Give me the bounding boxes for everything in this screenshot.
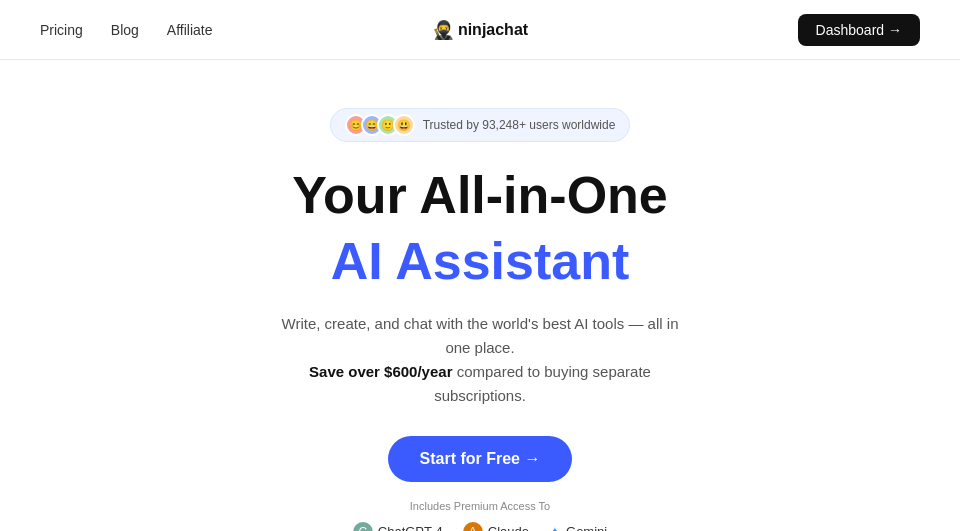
ai-badges: C ChatGPT-4 A Claude ✦ Gemini [353, 522, 607, 531]
avatar-4: 😃 [393, 114, 415, 136]
trusted-badge: 😊 😄 🙂 😃 Trusted by 93,248+ users worldwi… [330, 108, 631, 142]
claude-icon: A [463, 522, 483, 531]
dashboard-button[interactable]: Dashboard → [798, 14, 920, 46]
logo-icon: 🥷 [432, 19, 454, 41]
ai-badge-claude: A Claude [463, 522, 529, 531]
chatgpt-icon: C [353, 522, 373, 531]
gemini-label: Gemini [566, 524, 607, 531]
includes-label: Includes Premium Access To [410, 500, 550, 512]
hero-title-line1: Your All-in-One [292, 166, 668, 226]
ai-badge-gemini: ✦ Gemini [549, 524, 607, 531]
hero-subtitle-line1: Write, create, and chat with the world's… [282, 315, 679, 356]
trusted-text: Trusted by 93,248+ users worldwide [423, 118, 616, 132]
logo-text: ninjachat [458, 21, 528, 39]
claude-label: Claude [488, 524, 529, 531]
nav-pricing[interactable]: Pricing [40, 22, 83, 38]
ai-badge-chatgpt: C ChatGPT-4 [353, 522, 443, 531]
hero-section: 😊 😄 🙂 😃 Trusted by 93,248+ users worldwi… [0, 60, 960, 531]
cta-button[interactable]: Start for Free → [388, 436, 573, 482]
navbar: Pricing Blog Affiliate 🥷 ninjachat Dashb… [0, 0, 960, 60]
hero-save-amount: Save over $600/year [309, 363, 452, 380]
gemini-icon: ✦ [549, 524, 561, 531]
nav-links: Pricing Blog Affiliate [40, 22, 213, 38]
hero-subtitle-rest: compared to buying separate subscription… [434, 363, 651, 404]
hero-subtitle: Write, create, and chat with the world's… [270, 312, 690, 408]
nav-affiliate[interactable]: Affiliate [167, 22, 213, 38]
logo[interactable]: 🥷 ninjachat [432, 19, 528, 41]
trusted-avatars: 😊 😄 🙂 😃 [345, 114, 415, 136]
nav-blog[interactable]: Blog [111, 22, 139, 38]
chatgpt-label: ChatGPT-4 [378, 524, 443, 531]
hero-title-line2: AI Assistant [331, 232, 630, 292]
